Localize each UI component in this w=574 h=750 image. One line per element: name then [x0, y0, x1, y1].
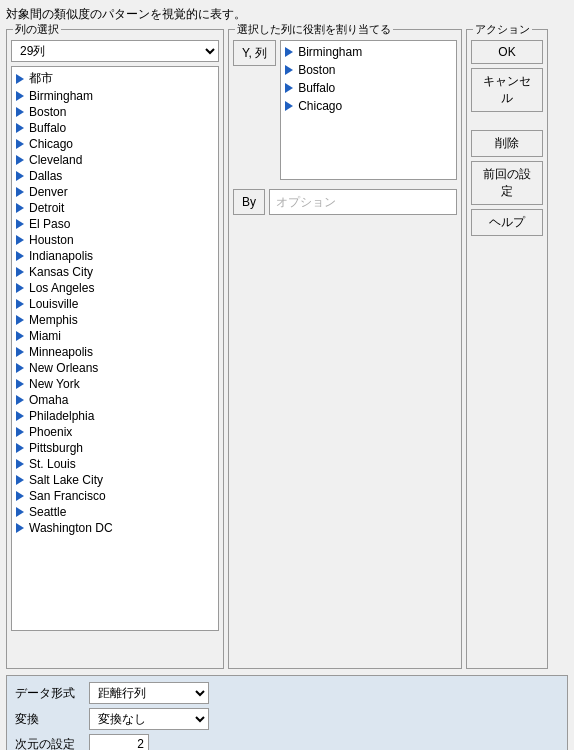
ok-button[interactable]: OK	[471, 40, 543, 64]
prev-settings-button[interactable]: 前回の設定	[471, 161, 543, 205]
arrow-icon	[16, 443, 24, 453]
arrow-icon	[285, 83, 293, 93]
arrow-icon	[16, 299, 24, 309]
arrow-icon	[16, 427, 24, 437]
transform-label: 変換	[15, 711, 83, 728]
arrow-icon	[16, 523, 24, 533]
arrow-icon	[16, 347, 24, 357]
list-item[interactable]: El Paso	[12, 216, 218, 232]
list-item[interactable]: Denver	[12, 184, 218, 200]
list-item[interactable]: New York	[12, 376, 218, 392]
assigned-item[interactable]: Buffalo	[281, 79, 456, 97]
role-assignment-panel: 選択した列に役割を割り当てる Y, 列 Birmingham Boston Bu…	[228, 29, 462, 669]
action-panel-title: アクション	[473, 22, 532, 37]
data-format-label: データ形式	[15, 685, 83, 702]
list-item[interactable]: Pittsburgh	[12, 440, 218, 456]
list-item[interactable]: Omaha	[12, 392, 218, 408]
arrow-icon	[16, 203, 24, 213]
list-item[interactable]: New Orleans	[12, 360, 218, 376]
arrow-icon	[16, 491, 24, 501]
arrow-icon	[16, 123, 24, 133]
transform-row: 変換 変換なし	[15, 708, 559, 730]
arrow-icon	[16, 219, 24, 229]
list-item[interactable]: Buffalo	[12, 120, 218, 136]
y-column-button[interactable]: Y, 列	[233, 40, 276, 66]
assigned-item[interactable]: Chicago	[281, 97, 456, 115]
dimension-label: 次元の設定	[15, 736, 83, 751]
list-item[interactable]: Birmingham	[12, 88, 218, 104]
arrow-icon	[16, 315, 24, 325]
mid-panel-title: 選択した列に役割を割り当てる	[235, 22, 393, 37]
delete-button[interactable]: 削除	[471, 130, 543, 157]
list-item[interactable]: St. Louis	[12, 456, 218, 472]
cancel-button[interactable]: キャンセル	[471, 68, 543, 112]
list-item[interactable]: Boston	[12, 104, 218, 120]
list-item[interactable]: Seattle	[12, 504, 218, 520]
transform-select[interactable]: 変換なし	[89, 708, 209, 730]
arrow-icon	[16, 74, 24, 84]
list-item[interactable]: Indianapolis	[12, 248, 218, 264]
list-item[interactable]: Miami	[12, 328, 218, 344]
arrow-icon	[16, 363, 24, 373]
help-button[interactable]: ヘルプ	[471, 209, 543, 236]
arrow-icon	[16, 283, 24, 293]
column-selection-panel: 列の選択 29列 都市 Birmingham Boston Buffalo	[6, 29, 224, 669]
arrow-icon	[16, 379, 24, 389]
option-placeholder: オプション	[269, 189, 457, 215]
bottom-settings-section: データ形式 距離行列 変換 変換なし 次元の設定	[6, 675, 568, 750]
list-item[interactable]: Memphis	[12, 312, 218, 328]
arrow-icon	[16, 395, 24, 405]
list-item[interactable]: Chicago	[12, 136, 218, 152]
list-item[interactable]: 都市	[12, 69, 218, 88]
arrow-icon	[16, 155, 24, 165]
action-panel: アクション OK キャンセル 削除 前回の設定 ヘルプ	[466, 29, 548, 669]
assigned-item[interactable]: Birmingham	[281, 43, 456, 61]
arrow-icon	[16, 331, 24, 341]
arrow-icon	[16, 267, 24, 277]
list-item[interactable]: San Francisco	[12, 488, 218, 504]
list-item[interactable]: Dallas	[12, 168, 218, 184]
col-count-dropdown[interactable]: 29列	[11, 40, 219, 62]
list-item[interactable]: Detroit	[12, 200, 218, 216]
data-format-select[interactable]: 距離行列	[89, 682, 209, 704]
list-item[interactable]: Houston	[12, 232, 218, 248]
data-format-row: データ形式 距離行列	[15, 682, 559, 704]
arrow-icon	[285, 47, 293, 57]
dimension-input[interactable]	[89, 734, 149, 750]
col-panel-title: 列の選択	[13, 22, 61, 37]
arrow-icon	[285, 65, 293, 75]
arrow-icon	[16, 475, 24, 485]
arrow-icon	[16, 235, 24, 245]
dimension-row: 次元の設定	[15, 734, 559, 750]
arrow-icon	[16, 139, 24, 149]
list-item[interactable]: Salt Lake City	[12, 472, 218, 488]
arrow-icon	[16, 91, 24, 101]
arrow-icon	[16, 411, 24, 421]
list-item[interactable]: Phoenix	[12, 424, 218, 440]
list-item[interactable]: Philadelphia	[12, 408, 218, 424]
arrow-icon	[16, 171, 24, 181]
column-list[interactable]: 都市 Birmingham Boston Buffalo Chicago C	[11, 66, 219, 631]
list-item[interactable]: Louisville	[12, 296, 218, 312]
assigned-item[interactable]: Boston	[281, 61, 456, 79]
list-item[interactable]: Kansas City	[12, 264, 218, 280]
arrow-icon	[16, 251, 24, 261]
list-item[interactable]: Minneapolis	[12, 344, 218, 360]
assigned-column-list[interactable]: Birmingham Boston Buffalo Chicago	[280, 40, 457, 180]
arrow-icon	[16, 459, 24, 469]
arrow-icon	[16, 187, 24, 197]
list-item[interactable]: Washington DC	[12, 520, 218, 536]
arrow-icon	[16, 107, 24, 117]
list-item[interactable]: Los Angeles	[12, 280, 218, 296]
by-button[interactable]: By	[233, 189, 265, 215]
arrow-icon	[285, 101, 293, 111]
description-label: 対象間の類似度のパターンを視覚的に表す。	[6, 6, 568, 23]
list-item[interactable]: Cleveland	[12, 152, 218, 168]
arrow-icon	[16, 507, 24, 517]
